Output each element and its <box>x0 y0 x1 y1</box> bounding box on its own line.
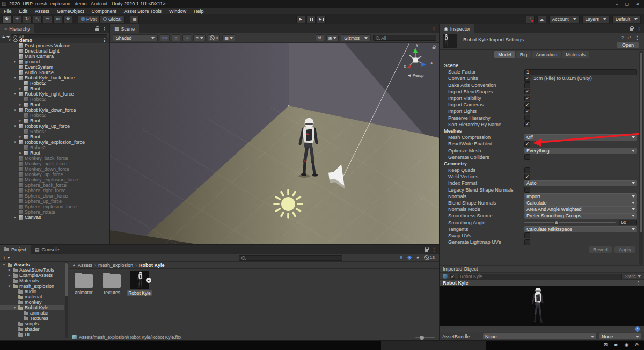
dropdown[interactable]: Auto <box>524 180 637 187</box>
kebab-icon[interactable]: ⋮ <box>636 280 641 286</box>
hierarchy-row[interactable]: ▾ Robot Kyle_up_force <box>0 123 109 129</box>
expand-arrow-icon[interactable]: ▾ <box>13 124 17 128</box>
hierarchy-row[interactable]: Sphere_explosion_force <box>0 204 109 209</box>
hierarchy-row[interactable]: Sphere_down_force <box>0 193 109 199</box>
hierarchy-row[interactable]: Robot2 <box>0 113 109 118</box>
checkbox[interactable]: ✓ <box>524 76 530 82</box>
move-tool-icon[interactable]: ✛ <box>12 16 21 23</box>
hierarchy-row[interactable]: Robot2 <box>0 81 109 86</box>
value-input[interactable]: 1 <box>524 69 637 75</box>
scene-search-input[interactable] <box>381 35 434 41</box>
presets-icon[interactable]: ⇄ <box>627 35 631 40</box>
transform-tool-icon[interactable]: ⊞ <box>53 16 62 23</box>
tray-icon-mute[interactable]: ⊠ <box>604 342 608 347</box>
hierarchy-row[interactable]: ▾ Robot Kyle_explosion_force <box>0 140 109 145</box>
tray-icon-status[interactable]: ⊘ <box>634 342 639 347</box>
gizmos-dropdown[interactable]: Gizmos <box>341 34 371 41</box>
tab-scene[interactable]: ▦Scene <box>110 24 139 33</box>
scene-tools-icon[interactable]: ⚒ <box>316 34 324 41</box>
tray-icon-app2[interactable]: ◉ <box>625 342 629 347</box>
checkbox[interactable]: ✓ <box>524 121 530 127</box>
breadcrumb-item[interactable]: Assets <box>78 262 96 268</box>
tray-icon-app1[interactable]: ☻ <box>613 342 618 347</box>
hierarchy-row[interactable]: Sphere_right_force <box>0 188 109 193</box>
expand-arrow-icon[interactable]: ▸ <box>18 119 23 123</box>
menu-item[interactable]: File <box>0 8 16 14</box>
lock-icon[interactable] <box>95 28 99 31</box>
dropdown[interactable]: Calculate Mikktspace <box>524 226 637 232</box>
lock-icon[interactable] <box>433 47 436 49</box>
perspective-toggle[interactable]: ◄ Persp <box>400 73 430 78</box>
expand-arrow-icon[interactable]: ▸ <box>18 86 23 91</box>
kebab-icon[interactable]: ⋮ <box>635 35 640 40</box>
hierarchy-row[interactable]: Sphere_up_force <box>0 199 109 204</box>
assetbundle-variant-dropdown[interactable]: None <box>599 333 641 340</box>
expand-arrow-icon[interactable]: ▸ <box>13 215 17 220</box>
checkbox[interactable] <box>524 239 530 245</box>
collapse-icon[interactable] <box>72 264 76 266</box>
revert-button[interactable]: Revert <box>589 246 612 253</box>
scene-viewport[interactable]: y x z ◄ Persp <box>110 43 439 244</box>
checkbox[interactable] <box>524 154 530 160</box>
checkbox[interactable] <box>524 82 530 88</box>
label-filter-icon[interactable] <box>407 255 412 260</box>
hierarchy-row[interactable]: ▸ ground <box>0 59 109 64</box>
object-name-field[interactable]: Robot Kyle <box>458 274 622 279</box>
cloud-icon[interactable]: ☁ <box>537 16 546 23</box>
hierarchy-row[interactable]: Robot2 <box>0 129 109 134</box>
step-button[interactable]: ▶ <box>317 16 326 23</box>
project-tree-row[interactable]: ▾ Assets <box>0 262 64 267</box>
hierarchy-row[interactable]: Directional Light <box>0 48 109 54</box>
checkbox[interactable] <box>524 232 530 238</box>
expand-arrow-icon[interactable]: ▾ <box>13 76 17 80</box>
grid-visibility-dropdown[interactable]: ▦ <box>222 34 235 41</box>
minimize-button[interactable]: – <box>616 2 618 6</box>
project-tree-row[interactable]: scripts <box>0 321 64 326</box>
rect-tool-icon[interactable]: ▭ <box>43 16 52 23</box>
tag-icon[interactable] <box>634 326 640 332</box>
project-tree-row[interactable]: ▾ mesh_explosion <box>0 283 64 289</box>
project-tree-scrollbar[interactable] <box>65 262 68 338</box>
menu-item[interactable]: Component <box>88 8 121 14</box>
project-tree-row[interactable]: monkey <box>0 300 64 305</box>
hierarchy-row[interactable]: Post-process Volume <box>0 43 109 48</box>
model-preview[interactable] <box>440 286 644 326</box>
project-tree-row[interactable]: animator <box>0 310 64 316</box>
preview-header[interactable]: Robot Kyle ⋮ <box>440 279 644 286</box>
dropdown[interactable]: Everything <box>524 148 637 154</box>
chevron-down-icon[interactable] <box>7 257 10 259</box>
layers-dropdown[interactable]: Layers <box>582 16 610 23</box>
hierarchy-row[interactable]: Sphere_rotate <box>0 209 109 215</box>
rotate-tool-icon[interactable]: ↻ <box>23 16 32 23</box>
import-tab[interactable]: Model <box>494 51 515 58</box>
checkbox[interactable]: ✓ <box>524 89 530 94</box>
tab-project[interactable]: Project <box>0 245 31 254</box>
import-tab[interactable]: Materials <box>562 51 589 58</box>
project-tree-row[interactable]: ▸ ExampleAssets <box>0 273 64 278</box>
menu-item[interactable]: Help <box>190 8 208 14</box>
project-tree-row[interactable]: material <box>0 294 64 300</box>
account-dropdown[interactable]: Account <box>549 16 580 23</box>
project-tree-row[interactable]: Materials <box>0 278 64 283</box>
open-button[interactable]: Open <box>617 42 639 48</box>
lighting-toggle-icon[interactable]: ☼ <box>172 34 180 41</box>
checkbox[interactable]: ✓ <box>524 141 530 147</box>
expand-arrow-icon[interactable]: ▾ <box>8 38 12 42</box>
assetbundle-dropdown[interactable]: None <box>483 333 596 340</box>
project-search-input[interactable] <box>247 256 340 261</box>
import-tab[interactable]: Rig <box>516 51 531 58</box>
expand-arrow-icon[interactable]: ▸ <box>8 268 11 272</box>
breadcrumb-item[interactable]: Robot Kyle <box>139 262 165 268</box>
thumbnail-zoom-slider[interactable] <box>415 337 435 338</box>
lock-icon[interactable] <box>425 249 428 252</box>
grid-snap-icon[interactable]: ▦ <box>130 16 139 23</box>
hierarchy-row[interactable]: Robot2 <box>0 97 109 102</box>
favorites-icon[interactable]: ★ <box>416 255 420 260</box>
static-dropdown[interactable]: Static <box>625 274 641 279</box>
title-bar[interactable]: 2020_URP_mesh_explosion - demo - Android… <box>0 0 644 8</box>
slider[interactable]: 60 <box>524 220 637 225</box>
expand-arrow-icon[interactable]: ▸ <box>18 151 23 155</box>
project-tree-row[interactable]: ▾ Robot Kyle <box>0 305 64 310</box>
kebab-icon[interactable]: ⋮ <box>431 247 436 252</box>
hierarchy-row[interactable]: ▾ Robot Kyle_right_force <box>0 91 109 97</box>
